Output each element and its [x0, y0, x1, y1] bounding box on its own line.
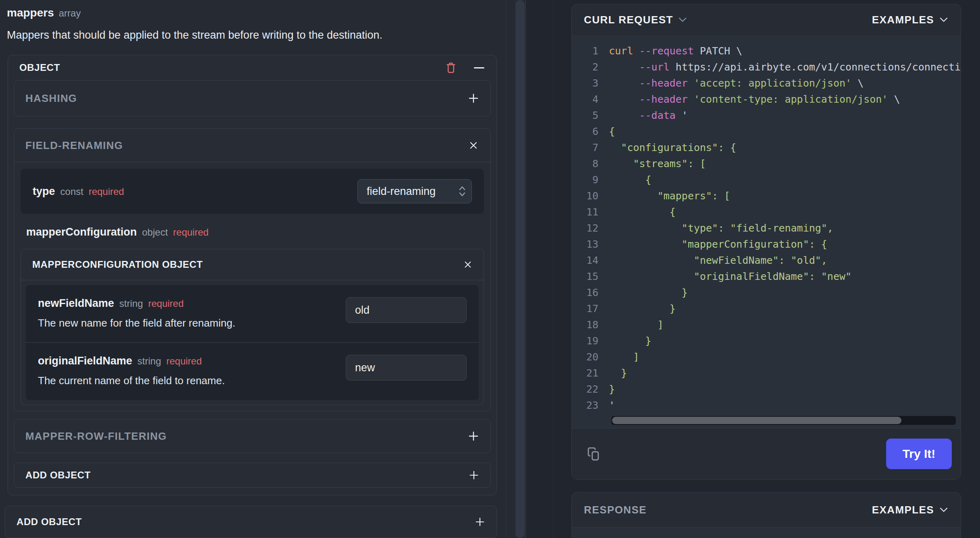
- type-select[interactable]: field-renaming: [357, 179, 472, 203]
- add-object-outer-button[interactable]: ADD OBJECT: [5, 506, 497, 538]
- original-field-name-input[interactable]: [346, 355, 467, 381]
- response-body: [572, 528, 961, 538]
- line-number: 11: [572, 204, 598, 220]
- copy-code-button[interactable]: [586, 446, 602, 462]
- code-text: }: [598, 365, 627, 381]
- code-text: {: [598, 204, 676, 220]
- code-text: }: [598, 285, 688, 301]
- field-info: originalFieldName string required The cu…: [38, 355, 225, 387]
- page-scrollbar-track[interactable]: [507, 0, 526, 538]
- response-panel: RESPONSE EXAMPLES: [571, 492, 961, 538]
- copy-icon: [586, 446, 602, 462]
- object-panel: OBJECT: [8, 55, 497, 495]
- code-line-7: 7 "configurations": {: [572, 140, 961, 156]
- code-text: ]: [598, 317, 663, 333]
- code-line-17: 17 }: [572, 301, 961, 317]
- field-info: newFieldName string required The new nam…: [38, 297, 235, 329]
- plus-icon: [468, 430, 479, 442]
- line-number: 12: [572, 220, 598, 236]
- minus-icon: [474, 67, 484, 68]
- code-lines: 1curl --request PATCH \2 --url https://a…: [572, 43, 961, 414]
- new-field-name-row: newFieldName string required The new nam…: [26, 285, 479, 342]
- field-kind: string: [137, 356, 161, 367]
- field-kind: object: [142, 227, 168, 238]
- code-line-18: 18 ]: [572, 317, 961, 333]
- code-text: }: [598, 301, 676, 317]
- plus-icon: [475, 517, 485, 527]
- original-field-name-row: originalFieldName string required The cu…: [26, 343, 479, 400]
- line-number: 2: [572, 59, 598, 75]
- mapper-configuration-header: MAPPERCONFIGURATION OBJECT: [21, 249, 484, 280]
- code-line-23: 23': [572, 397, 961, 414]
- trash-icon: [445, 61, 457, 74]
- response-header: RESPONSE EXAMPLES: [572, 492, 961, 528]
- plus-icon: [468, 93, 479, 104]
- curl-request-footer: Try It!: [572, 428, 961, 479]
- response-examples-dropdown[interactable]: EXAMPLES: [872, 504, 948, 516]
- code-text: "mapperConfiguration": {: [598, 236, 827, 252]
- code-line-20: 20 ]: [572, 349, 961, 365]
- chevron-down-icon: [940, 17, 948, 22]
- code-line-1: 1curl --request PATCH \: [572, 43, 961, 59]
- code-text: }: [598, 333, 651, 349]
- examples-label: EXAMPLES: [872, 14, 934, 26]
- request-language-dropdown[interactable]: CURL REQUEST: [584, 14, 687, 26]
- add-object-button[interactable]: ADD OBJECT: [14, 463, 491, 488]
- api-docs-screen: mappers array Mappers that should be app…: [0, 0, 980, 538]
- page-scrollbar-thumb[interactable]: [515, 0, 525, 538]
- line-number: 9: [572, 172, 598, 188]
- field-name: mapperConfiguration: [26, 226, 137, 238]
- response-title: RESPONSE: [584, 504, 647, 516]
- line-number: 23: [572, 397, 598, 414]
- try-it-button[interactable]: Try It!: [886, 439, 952, 469]
- code-hscrollbar-track[interactable]: [611, 416, 956, 425]
- curl-request-panel: CURL REQUEST EXAMPLES 1curl --request PA…: [571, 4, 961, 480]
- code-editor[interactable]: 1curl --request PATCH \2 --url https://a…: [572, 35, 961, 428]
- field-renaming-close-button[interactable]: [469, 141, 478, 150]
- mapper-row-filtering-label: MAPPER-ROW-FILTERING: [25, 430, 167, 443]
- mapper-configuration-close-button[interactable]: [463, 260, 472, 269]
- line-number: 13: [572, 236, 598, 252]
- line-number: 1: [572, 43, 598, 59]
- schema-editor-column: mappers array Mappers that should be app…: [0, 0, 507, 538]
- code-hscrollbar-thumb[interactable]: [612, 417, 901, 424]
- code-text: "streams": [: [598, 156, 706, 172]
- mapper-row-filtering-section-toggle[interactable]: MAPPER-ROW-FILTERING: [14, 419, 491, 453]
- up-down-chevrons-icon: [459, 185, 466, 197]
- delete-object-button[interactable]: [445, 61, 457, 74]
- property-name: mappers: [7, 6, 54, 19]
- field-name: newFieldName: [38, 297, 114, 310]
- line-number: 22: [572, 381, 598, 397]
- code-line-4: 4 --header 'content-type: application/js…: [572, 91, 961, 108]
- type-select-value: field-renaming: [367, 185, 436, 198]
- code-line-3: 3 --header 'accept: application/json' \: [572, 75, 961, 91]
- code-text: ]: [598, 349, 639, 365]
- new-field-name-input[interactable]: [346, 297, 467, 323]
- add-object-label: ADD OBJECT: [17, 516, 82, 528]
- line-number: 18: [572, 317, 598, 333]
- code-line-10: 10 "mappers": [: [572, 188, 961, 204]
- code-text: --header 'content-type: application/json…: [598, 91, 900, 108]
- mapper-configuration-fields: newFieldName string required The new nam…: [26, 285, 479, 400]
- chevron-down-icon: [940, 507, 948, 512]
- field-required-badge: required: [173, 227, 209, 238]
- property-title: mappers array: [7, 6, 81, 19]
- collapse-object-button[interactable]: [474, 67, 484, 68]
- line-number: 8: [572, 156, 598, 172]
- code-line-6: 6{: [572, 124, 961, 140]
- request-examples-dropdown[interactable]: EXAMPLES: [872, 14, 948, 26]
- code-line-19: 19 }: [572, 333, 961, 349]
- line-number: 5: [572, 108, 598, 124]
- code-text: --data ': [598, 108, 688, 124]
- field-required-badge: required: [89, 186, 124, 197]
- mapper-configuration-panel: MAPPERCONFIGURATION OBJECT: [21, 249, 484, 405]
- field-required-badge: required: [148, 298, 184, 309]
- field-name: originalFieldName: [38, 355, 132, 367]
- code-text: --header 'accept: application/json' \: [598, 75, 864, 91]
- field-renaming-body: type const required field-renaming: [14, 162, 490, 411]
- x-icon: [469, 141, 478, 150]
- hashing-section-toggle[interactable]: HASHING: [14, 80, 491, 116]
- code-text: "newFieldName": "old",: [598, 252, 827, 269]
- type-field-labels: type const required: [33, 185, 124, 198]
- code-line-13: 13 "mapperConfiguration": {: [572, 236, 961, 252]
